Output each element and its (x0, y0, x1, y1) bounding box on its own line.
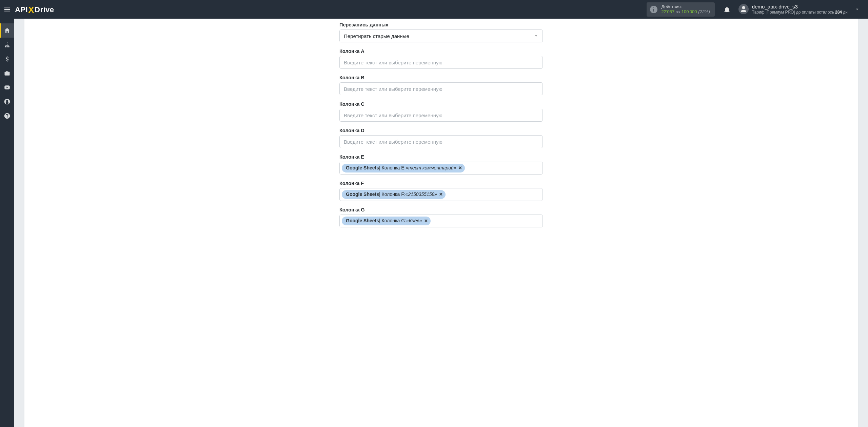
overwrite-select[interactable]: Перетирать старые данные (339, 29, 543, 42)
user-subline: Тариф |Премиум PRO| до оплаты осталось 2… (752, 10, 848, 15)
user-caret[interactable] (851, 6, 863, 12)
column-f-input[interactable]: Google Sheets | Колонка F: «2150355158» … (339, 188, 543, 201)
logo-text-prefix: API (15, 5, 28, 14)
info-icon (649, 5, 658, 14)
sitemap-icon (4, 41, 11, 48)
field-label-overwrite: Перезапись данных (339, 22, 543, 27)
column-a-input[interactable] (339, 56, 543, 69)
column-b-input[interactable] (339, 82, 543, 95)
field-column-c: Колонка C (339, 101, 543, 122)
field-column-g: Колонка G Google Sheets | Колонка G: «Ки… (339, 207, 543, 227)
actions-numbers: 22'057 из 100'000 (22%) (662, 9, 710, 15)
field-label-column-b: Колонка B (339, 75, 543, 80)
briefcase-icon (4, 70, 11, 77)
field-label-column-g: Колонка G (339, 207, 543, 212)
logo-text-suffix: Drive (35, 5, 54, 14)
field-label-column-a: Колонка A (339, 48, 543, 54)
chevron-down-icon (854, 6, 860, 12)
logo-text-x: X (28, 5, 34, 15)
sidebar (0, 19, 14, 427)
content-area: Перезапись данных Перетирать старые данн… (14, 19, 868, 427)
chevron-down-icon (534, 34, 538, 38)
hamburger-icon (3, 6, 11, 13)
logo[interactable]: APIXDrive (15, 4, 54, 15)
avatar (738, 4, 749, 14)
field-label-column-e: Колонка E (339, 154, 543, 160)
column-e-input[interactable]: Google Sheets | Колонка E: «тест коммент… (339, 162, 543, 175)
bell-icon (724, 6, 730, 13)
sidebar-item-account[interactable] (0, 95, 14, 109)
token-remove-icon[interactable]: ✕ (439, 191, 443, 198)
sidebar-item-home[interactable] (0, 23, 14, 38)
column-g-token: Google Sheets | Колонка G: «Киев» ✕ (342, 217, 431, 225)
field-column-d: Колонка D (339, 128, 543, 148)
user-icon (740, 5, 747, 13)
svg-rect-1 (653, 9, 654, 12)
notifications-button[interactable] (721, 3, 733, 16)
field-overwrite: Перезапись данных Перетирать старые данн… (339, 22, 543, 42)
overwrite-value: Перетирать старые данные (344, 33, 409, 39)
sidebar-item-billing[interactable] (0, 52, 14, 66)
field-label-column-d: Колонка D (339, 128, 543, 133)
token-remove-icon[interactable]: ✕ (458, 165, 462, 171)
column-c-input[interactable] (339, 109, 543, 122)
column-d-input[interactable] (339, 135, 543, 148)
svg-rect-2 (653, 7, 654, 8)
user-circle-icon (4, 98, 11, 105)
field-column-e: Колонка E Google Sheets | Колонка E: «те… (339, 154, 543, 175)
column-g-input[interactable]: Google Sheets | Колонка G: «Киев» ✕ (339, 215, 543, 227)
field-label-column-c: Колонка C (339, 101, 543, 107)
dollar-icon (4, 56, 11, 62)
form-card: Перезапись данных Перетирать старые данн… (24, 19, 858, 427)
field-column-f: Колонка F Google Sheets | Колонка F: «21… (339, 181, 543, 201)
sidebar-item-portfolio[interactable] (0, 66, 14, 80)
user-menu[interactable]: demo_apix-drive_s3 Тариф |Премиум PRO| д… (738, 4, 863, 15)
home-icon (4, 27, 11, 34)
sidebar-item-help[interactable] (0, 109, 14, 123)
menu-button[interactable] (0, 0, 14, 19)
column-e-token: Google Sheets | Колонка E: «тест коммент… (342, 164, 465, 172)
youtube-icon (4, 84, 11, 91)
sidebar-item-video[interactable] (0, 80, 14, 95)
column-f-token: Google Sheets | Колонка F: «2150355158» … (342, 190, 446, 199)
actions-title: Действия: (662, 4, 710, 9)
question-icon (4, 113, 11, 119)
user-name: demo_apix-drive_s3 (752, 4, 848, 10)
token-remove-icon[interactable]: ✕ (424, 218, 428, 224)
field-column-b: Колонка B (339, 75, 543, 95)
field-column-a: Колонка A (339, 48, 543, 69)
sidebar-item-connections[interactable] (0, 38, 14, 52)
actions-counter[interactable]: Действия: 22'057 из 100'000 (22%) (647, 2, 715, 17)
field-label-column-f: Колонка F (339, 181, 543, 186)
top-header: APIXDrive Действия: 22'057 из 100'000 (2… (0, 0, 868, 19)
